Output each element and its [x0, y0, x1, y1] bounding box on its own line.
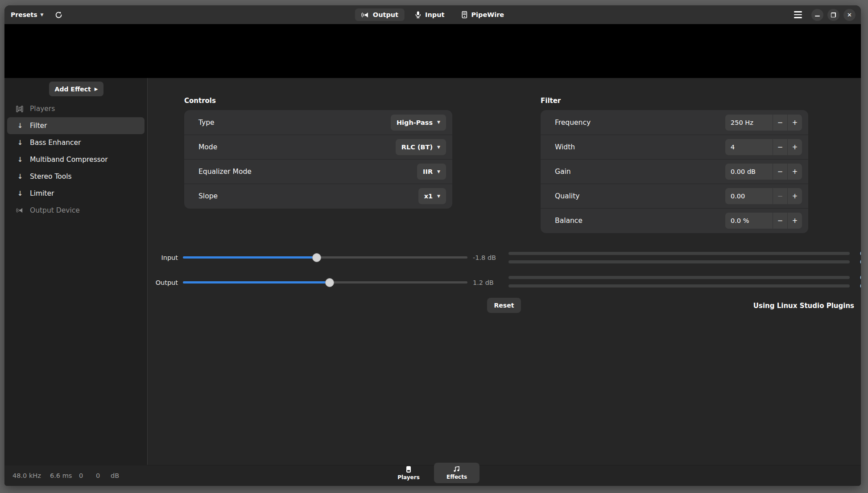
- tab-pipewire[interactable]: PipeWire: [455, 8, 510, 21]
- mode-dropdown[interactable]: RLC (BT) ▼: [396, 139, 446, 155]
- tab-input[interactable]: Input: [409, 8, 451, 21]
- minus-button[interactable]: −: [773, 164, 787, 180]
- slope-label: Slope: [198, 192, 218, 200]
- sidebar-item-filter[interactable]: ↓ Filter: [7, 117, 145, 134]
- gain-spinbutton: 0.00 dB − +: [725, 164, 802, 180]
- bypass-button[interactable]: [53, 9, 64, 20]
- sidebar-item-limiter[interactable]: ↓ Limiter: [7, 185, 145, 202]
- music-notes-icon: [453, 466, 460, 472]
- tab-pipewire-label: PipeWire: [471, 11, 504, 18]
- maximize-icon: [831, 12, 836, 17]
- input-level-meter-left: [508, 252, 850, 255]
- presets-menu-button[interactable]: Presets ▼: [11, 11, 43, 18]
- reset-button[interactable]: Reset: [487, 298, 521, 313]
- gain-value[interactable]: 0.00 dB: [725, 164, 773, 180]
- output-level-meter-right: [508, 284, 850, 288]
- sidebar-item-label: Players: [30, 105, 55, 113]
- chevron-right-icon: ▶: [95, 86, 98, 91]
- close-button[interactable]: ✕: [843, 9, 856, 21]
- arrow-down-icon: ↓: [16, 156, 24, 164]
- status-bar: 48.0 kHz 6.6 ms 0 0 dB Players Effects: [4, 465, 861, 486]
- type-row: Type High-Pass ▼: [184, 110, 452, 135]
- chevron-down-icon: ▼: [437, 170, 440, 174]
- minus-button[interactable]: −: [773, 139, 787, 155]
- output-gain-value: 1.2 dB: [473, 279, 494, 286]
- gain-label: Gain: [555, 168, 571, 176]
- arrow-down-icon: ↓: [16, 139, 24, 147]
- plus-button[interactable]: +: [787, 213, 802, 229]
- menu-icon[interactable]: [792, 9, 804, 21]
- chevron-down-icon: ▼: [41, 13, 44, 17]
- quality-row: Quality 0.00 − +: [541, 184, 808, 208]
- quality-spinbutton: 0.00 − +: [725, 188, 802, 204]
- output-slider-handle[interactable]: [325, 278, 334, 287]
- minimize-button[interactable]: [811, 9, 823, 21]
- arrow-down-icon: ↓: [16, 173, 24, 181]
- easyeffects-window: Presets ▼ Output Input: [4, 5, 861, 486]
- sidebar-item-multiband-compressor[interactable]: ↓ Multiband Compressor: [7, 151, 145, 168]
- input-gain-value: -1.8 dB: [473, 254, 496, 261]
- plus-button[interactable]: +: [787, 115, 802, 131]
- output-gain-slider[interactable]: [183, 281, 467, 283]
- effects-list: Players ↓ Filter ↓ Bass Enhancer ↓ Multi…: [4, 100, 147, 219]
- quality-label: Quality: [555, 192, 579, 200]
- arrow-down-icon: ↓: [16, 189, 24, 197]
- window-controls: ✕: [792, 5, 856, 24]
- width-row: Width 4 − +: [541, 135, 808, 159]
- presets-label: Presets: [11, 11, 37, 18]
- frequency-value[interactable]: 250 Hz: [725, 115, 773, 131]
- sidebar-item-label: Stereo Tools: [30, 173, 72, 181]
- sidebar-item-players[interactable]: Players: [7, 100, 145, 117]
- chevron-down-icon: ▼: [437, 145, 440, 149]
- mode-value: RLC (BT): [401, 144, 433, 151]
- plus-button[interactable]: +: [787, 188, 802, 204]
- filter-group-title: Filter: [541, 97, 561, 105]
- sidebar-item-output-device[interactable]: Output Device: [7, 202, 145, 219]
- phone-icon: [406, 466, 411, 473]
- reload-icon: [55, 11, 62, 19]
- latency-value: 6.6 ms: [50, 472, 79, 479]
- input-gain-label: Input: [147, 254, 178, 261]
- type-dropdown[interactable]: High-Pass ▼: [391, 115, 446, 131]
- input-gain-slider[interactable]: [183, 256, 467, 259]
- minus-button[interactable]: −: [773, 213, 787, 229]
- equalizer-mode-label: Equalizer Mode: [198, 168, 252, 176]
- speaker-icon: [361, 12, 369, 18]
- frequency-row: Frequency 250 Hz − +: [541, 110, 808, 135]
- slope-dropdown[interactable]: x1 ▼: [418, 188, 446, 204]
- balance-value[interactable]: 0.0 %: [725, 213, 773, 229]
- width-value[interactable]: 4: [725, 139, 773, 155]
- tab-input-label: Input: [425, 11, 444, 18]
- tab-output[interactable]: Output: [355, 8, 405, 21]
- quality-value[interactable]: 0.00: [725, 188, 773, 204]
- width-label: Width: [555, 143, 575, 151]
- effects-sidebar: Add Effect ▶ Players ↓ Filter ↓ Bass Enh…: [4, 78, 148, 465]
- xruns-value: 0: [79, 472, 96, 479]
- plugin-credit-label: Using Linux Studio Plugins: [753, 302, 854, 310]
- media-player-icon: [16, 106, 24, 112]
- sidebar-item-bass-enhancer[interactable]: ↓ Bass Enhancer: [7, 134, 145, 151]
- spectrum-display: [4, 24, 861, 78]
- type-label: Type: [198, 119, 215, 127]
- filter-card: Frequency 250 Hz − + Width 4 − + Gain 0.…: [541, 110, 808, 233]
- audio-stats: 48.0 kHz 6.6 ms 0 0 dB: [12, 465, 119, 486]
- minimize-icon: [815, 16, 820, 16]
- tab-players[interactable]: Players: [386, 463, 431, 483]
- sidebar-item-label: Bass Enhancer: [30, 139, 81, 147]
- equalizer-mode-dropdown[interactable]: IIR ▼: [417, 164, 446, 180]
- tab-effects[interactable]: Effects: [434, 463, 479, 483]
- add-effect-button[interactable]: Add Effect ▶: [49, 82, 103, 96]
- input-slider-handle[interactable]: [312, 253, 321, 262]
- plus-button[interactable]: +: [787, 164, 802, 180]
- server-icon: [461, 11, 467, 18]
- type-value: High-Pass: [397, 119, 433, 126]
- equalizer-mode-row: Equalizer Mode IIR ▼: [184, 159, 452, 184]
- plus-button[interactable]: +: [787, 139, 802, 155]
- maximize-button[interactable]: [827, 9, 839, 21]
- close-icon: ✕: [847, 12, 852, 18]
- minus-button[interactable]: −: [773, 115, 787, 131]
- sidebar-item-label: Output Device: [30, 206, 80, 214]
- sidebar-item-stereo-tools[interactable]: ↓ Stereo Tools: [7, 168, 145, 185]
- slope-value: x1: [424, 193, 433, 200]
- sidebar-item-label: Limiter: [30, 189, 54, 197]
